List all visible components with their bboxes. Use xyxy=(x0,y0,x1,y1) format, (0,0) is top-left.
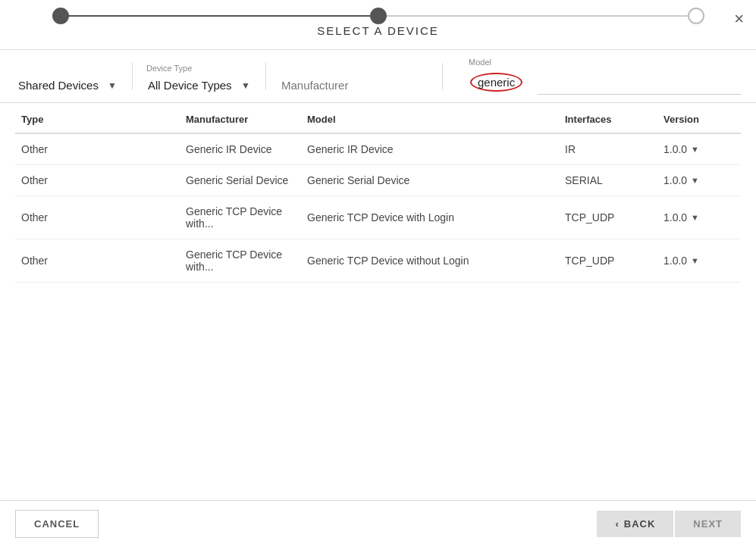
footer: CANCEL ‹ BACK NEXT xyxy=(0,500,756,547)
version-select[interactable]: 1.0.0 xyxy=(663,174,688,186)
cell-model: Generic Serial Device xyxy=(301,165,559,196)
table-row[interactable]: Other Generic TCP Device with... Generic… xyxy=(15,239,741,283)
col-type: Type xyxy=(15,103,180,133)
device-type-label: Device Type xyxy=(145,64,253,73)
footer-right: ‹ BACK NEXT xyxy=(597,511,741,537)
col-interfaces: Interfaces xyxy=(559,103,657,133)
cell-version: 1.0.0 ▼ xyxy=(657,239,741,283)
stepper xyxy=(0,0,756,24)
cell-model: Generic TCP Device without Login xyxy=(301,239,559,283)
version-chevron-icon: ▼ xyxy=(691,145,699,154)
cell-version: 1.0.0 ▼ xyxy=(657,165,741,196)
cell-manufacturer: Generic TCP Device with... xyxy=(180,239,301,283)
step-2 xyxy=(370,8,387,24)
filter-bar: Shared Devices ▼ Device Type All Device … xyxy=(0,49,756,103)
back-button[interactable]: ‹ BACK xyxy=(597,511,673,537)
cell-manufacturer: Generic IR Device xyxy=(180,133,301,165)
next-button[interactable]: NEXT xyxy=(675,511,741,537)
table-header: Type Manufacturer Model Interfaces Versi… xyxy=(15,103,741,133)
device-table-area: Type Manufacturer Model Interfaces Versi… xyxy=(0,103,756,500)
cell-interfaces: SERIAL xyxy=(559,165,657,196)
divider-1 xyxy=(132,63,133,90)
table-row[interactable]: Other Generic Serial Device Generic Seri… xyxy=(15,165,741,196)
back-label: BACK xyxy=(624,518,656,530)
close-button[interactable]: × xyxy=(734,9,744,29)
model-group: Model generic xyxy=(467,58,525,95)
version-chevron-icon: ▼ xyxy=(691,176,699,185)
cell-type: Other xyxy=(15,239,180,283)
stepper-track xyxy=(52,15,704,17)
cell-interfaces: TCP_UDP xyxy=(559,196,657,239)
model-label: Model xyxy=(467,58,525,67)
cell-type: Other xyxy=(15,196,180,239)
cell-version: 1.0.0 ▼ xyxy=(657,196,741,239)
version-select[interactable]: 1.0.0 xyxy=(663,143,688,155)
table-body: Other Generic IR Device Generic IR Devic… xyxy=(15,133,741,283)
divider-3 xyxy=(442,63,443,90)
col-version: Version xyxy=(657,103,741,133)
manufacturer-input[interactable] xyxy=(278,76,430,95)
device-type-group: Device Type All Device Types ▼ xyxy=(145,64,253,95)
version-select[interactable]: 1.0.0 xyxy=(663,255,688,267)
step-1 xyxy=(52,8,69,24)
step-3 xyxy=(688,8,704,24)
divider-2 xyxy=(265,63,266,90)
version-chevron-icon: ▼ xyxy=(691,213,699,222)
cell-interfaces: IR xyxy=(559,133,657,165)
dialog-title: SELECT A DEVICE xyxy=(0,24,756,49)
table-row[interactable]: Other Generic IR Device Generic IR Devic… xyxy=(15,133,741,165)
cell-interfaces: TCP_UDP xyxy=(559,239,657,283)
manufacturer-group xyxy=(278,76,430,95)
cell-type: Other xyxy=(15,165,180,196)
table-row[interactable]: Other Generic TCP Device with... Generic… xyxy=(15,196,741,239)
col-manufacturer: Manufacturer xyxy=(180,103,301,133)
cell-manufacturer: Generic Serial Device xyxy=(180,165,301,196)
version-select[interactable]: 1.0.0 xyxy=(663,211,688,223)
device-table: Type Manufacturer Model Interfaces Versi… xyxy=(15,103,741,283)
version-chevron-icon: ▼ xyxy=(691,256,699,265)
shared-devices-wrapper: Shared Devices ▼ xyxy=(15,76,120,95)
device-type-select[interactable]: All Device Types xyxy=(145,76,253,95)
cell-type: Other xyxy=(15,133,180,165)
cell-model: Generic TCP Device with Login xyxy=(301,196,559,239)
shared-devices-select[interactable]: Shared Devices xyxy=(15,76,120,95)
cell-model: Generic IR Device xyxy=(301,133,559,165)
device-type-wrapper: All Device Types ▼ xyxy=(145,76,253,95)
cancel-button[interactable]: CANCEL xyxy=(15,510,99,538)
shared-devices-group: Shared Devices ▼ xyxy=(15,76,120,95)
cell-manufacturer: Generic TCP Device with... xyxy=(180,196,301,239)
model-circle-highlight: generic xyxy=(470,73,522,92)
back-chevron-icon: ‹ xyxy=(615,518,619,530)
model-value: generic xyxy=(467,70,525,95)
col-model: Model xyxy=(301,103,559,133)
select-device-dialog: × SELECT A DEVICE Shared Devices ▼ Devic… xyxy=(0,0,756,547)
model-underline xyxy=(538,88,741,95)
cell-version: 1.0.0 ▼ xyxy=(657,133,741,165)
